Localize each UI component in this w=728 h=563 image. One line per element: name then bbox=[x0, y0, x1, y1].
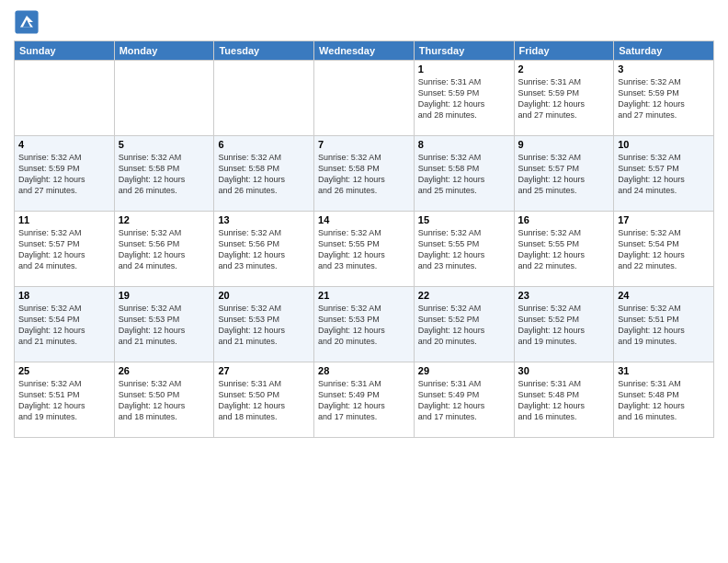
calendar-cell: 6Sunrise: 5:32 AM Sunset: 5:58 PM Daylig… bbox=[214, 136, 314, 212]
day-number: 21 bbox=[318, 290, 410, 301]
calendar-cell: 26Sunrise: 5:32 AM Sunset: 5:50 PM Dayli… bbox=[114, 362, 214, 438]
day-info: Sunrise: 5:31 AM Sunset: 5:59 PM Dayligh… bbox=[518, 76, 610, 121]
calendar-cell: 3Sunrise: 5:32 AM Sunset: 5:59 PM Daylig… bbox=[614, 61, 714, 136]
weekday-header-row: SundayMondayTuesdayWednesdayThursdayFrid… bbox=[15, 41, 714, 61]
calendar-cell: 14Sunrise: 5:32 AM Sunset: 5:55 PM Dayli… bbox=[314, 212, 415, 287]
weekday-header-saturday: Saturday bbox=[614, 41, 714, 61]
day-number: 1 bbox=[418, 63, 510, 75]
logo bbox=[14, 9, 43, 35]
day-number: 25 bbox=[18, 365, 110, 376]
day-info: Sunrise: 5:32 AM Sunset: 5:58 PM Dayligh… bbox=[119, 152, 210, 197]
calendar-cell: 29Sunrise: 5:31 AM Sunset: 5:49 PM Dayli… bbox=[414, 362, 514, 438]
day-number: 26 bbox=[119, 365, 210, 376]
day-number: 2 bbox=[518, 63, 610, 75]
calendar-cell bbox=[214, 61, 314, 136]
day-info: Sunrise: 5:32 AM Sunset: 5:59 PM Dayligh… bbox=[18, 152, 110, 197]
day-info: Sunrise: 5:32 AM Sunset: 5:52 PM Dayligh… bbox=[418, 303, 510, 348]
calendar-cell: 30Sunrise: 5:31 AM Sunset: 5:48 PM Dayli… bbox=[514, 362, 614, 438]
day-number: 17 bbox=[618, 214, 710, 225]
calendar-cell: 21Sunrise: 5:32 AM Sunset: 5:53 PM Dayli… bbox=[314, 287, 415, 362]
day-info: Sunrise: 5:31 AM Sunset: 5:49 PM Dayligh… bbox=[318, 378, 410, 423]
calendar-cell: 23Sunrise: 5:32 AM Sunset: 5:52 PM Dayli… bbox=[514, 287, 614, 362]
day-info: Sunrise: 5:32 AM Sunset: 5:58 PM Dayligh… bbox=[218, 152, 310, 197]
calendar-cell: 11Sunrise: 5:32 AM Sunset: 5:57 PM Dayli… bbox=[15, 212, 115, 287]
calendar-cell: 5Sunrise: 5:32 AM Sunset: 5:58 PM Daylig… bbox=[114, 136, 214, 212]
day-info: Sunrise: 5:32 AM Sunset: 5:51 PM Dayligh… bbox=[18, 378, 110, 423]
calendar-cell: 4Sunrise: 5:32 AM Sunset: 5:59 PM Daylig… bbox=[15, 136, 115, 212]
calendar-cell: 13Sunrise: 5:32 AM Sunset: 5:56 PM Dayli… bbox=[214, 212, 314, 287]
day-number: 19 bbox=[119, 290, 210, 301]
day-number: 20 bbox=[218, 290, 310, 301]
day-info: Sunrise: 5:32 AM Sunset: 5:56 PM Dayligh… bbox=[218, 227, 310, 272]
day-info: Sunrise: 5:32 AM Sunset: 5:58 PM Dayligh… bbox=[318, 152, 410, 197]
weekday-header-monday: Monday bbox=[114, 41, 214, 61]
calendar-cell: 24Sunrise: 5:32 AM Sunset: 5:51 PM Dayli… bbox=[614, 287, 714, 362]
calendar-cell: 7Sunrise: 5:32 AM Sunset: 5:58 PM Daylig… bbox=[314, 136, 415, 212]
day-info: Sunrise: 5:32 AM Sunset: 5:50 PM Dayligh… bbox=[119, 378, 210, 423]
day-info: Sunrise: 5:32 AM Sunset: 5:55 PM Dayligh… bbox=[518, 227, 610, 272]
weekday-header-friday: Friday bbox=[514, 41, 614, 61]
calendar-cell: 16Sunrise: 5:32 AM Sunset: 5:55 PM Dayli… bbox=[514, 212, 614, 287]
day-info: Sunrise: 5:32 AM Sunset: 5:58 PM Dayligh… bbox=[418, 152, 510, 197]
day-number: 13 bbox=[218, 214, 310, 225]
calendar-cell: 25Sunrise: 5:32 AM Sunset: 5:51 PM Dayli… bbox=[15, 362, 115, 438]
calendar-cell: 22Sunrise: 5:32 AM Sunset: 5:52 PM Dayli… bbox=[414, 287, 514, 362]
day-number: 27 bbox=[218, 365, 310, 376]
calendar-table: SundayMondayTuesdayWednesdayThursdayFrid… bbox=[14, 40, 714, 438]
day-info: Sunrise: 5:32 AM Sunset: 5:57 PM Dayligh… bbox=[18, 227, 110, 272]
weekday-header-thursday: Thursday bbox=[414, 41, 514, 61]
day-number: 29 bbox=[418, 365, 510, 376]
day-number: 24 bbox=[618, 290, 710, 301]
calendar-cell: 10Sunrise: 5:32 AM Sunset: 5:57 PM Dayli… bbox=[614, 136, 714, 212]
calendar-cell: 2Sunrise: 5:31 AM Sunset: 5:59 PM Daylig… bbox=[514, 61, 614, 136]
calendar-cell bbox=[114, 61, 214, 136]
day-number: 16 bbox=[518, 214, 610, 225]
day-number: 8 bbox=[418, 139, 510, 150]
page-container: SundayMondayTuesdayWednesdayThursdayFrid… bbox=[0, 0, 728, 447]
day-info: Sunrise: 5:32 AM Sunset: 5:55 PM Dayligh… bbox=[318, 227, 410, 272]
day-info: Sunrise: 5:31 AM Sunset: 5:48 PM Dayligh… bbox=[518, 378, 610, 423]
calendar-week-4: 18Sunrise: 5:32 AM Sunset: 5:54 PM Dayli… bbox=[15, 287, 714, 362]
day-number: 18 bbox=[18, 290, 110, 301]
calendar-cell: 31Sunrise: 5:31 AM Sunset: 5:48 PM Dayli… bbox=[614, 362, 714, 438]
calendar-week-3: 11Sunrise: 5:32 AM Sunset: 5:57 PM Dayli… bbox=[15, 212, 714, 287]
weekday-header-sunday: Sunday bbox=[15, 41, 115, 61]
day-info: Sunrise: 5:31 AM Sunset: 5:49 PM Dayligh… bbox=[418, 378, 510, 423]
day-info: Sunrise: 5:32 AM Sunset: 5:51 PM Dayligh… bbox=[618, 303, 710, 348]
day-number: 4 bbox=[18, 139, 110, 150]
calendar-cell bbox=[15, 61, 115, 136]
day-info: Sunrise: 5:31 AM Sunset: 5:59 PM Dayligh… bbox=[418, 76, 510, 121]
day-number: 22 bbox=[418, 290, 510, 301]
day-info: Sunrise: 5:32 AM Sunset: 5:52 PM Dayligh… bbox=[518, 303, 610, 348]
calendar-header: SundayMondayTuesdayWednesdayThursdayFrid… bbox=[15, 41, 714, 61]
day-info: Sunrise: 5:32 AM Sunset: 5:56 PM Dayligh… bbox=[119, 227, 210, 272]
day-number: 31 bbox=[618, 365, 710, 376]
day-number: 9 bbox=[518, 139, 610, 150]
calendar-cell: 8Sunrise: 5:32 AM Sunset: 5:58 PM Daylig… bbox=[414, 136, 514, 212]
day-info: Sunrise: 5:32 AM Sunset: 5:53 PM Dayligh… bbox=[218, 303, 310, 348]
day-info: Sunrise: 5:32 AM Sunset: 5:57 PM Dayligh… bbox=[518, 152, 610, 197]
day-number: 3 bbox=[618, 63, 710, 75]
calendar-cell: 9Sunrise: 5:32 AM Sunset: 5:57 PM Daylig… bbox=[514, 136, 614, 212]
day-number: 11 bbox=[18, 214, 110, 225]
day-info: Sunrise: 5:32 AM Sunset: 5:54 PM Dayligh… bbox=[618, 227, 710, 272]
calendar-week-1: 1Sunrise: 5:31 AM Sunset: 5:59 PM Daylig… bbox=[15, 61, 714, 136]
day-number: 14 bbox=[318, 214, 410, 225]
calendar-cell bbox=[314, 61, 415, 136]
day-info: Sunrise: 5:31 AM Sunset: 5:50 PM Dayligh… bbox=[218, 378, 310, 423]
calendar-cell: 27Sunrise: 5:31 AM Sunset: 5:50 PM Dayli… bbox=[214, 362, 314, 438]
day-info: Sunrise: 5:32 AM Sunset: 5:55 PM Dayligh… bbox=[418, 227, 510, 272]
day-info: Sunrise: 5:32 AM Sunset: 5:57 PM Dayligh… bbox=[618, 152, 710, 197]
calendar-cell: 12Sunrise: 5:32 AM Sunset: 5:56 PM Dayli… bbox=[114, 212, 214, 287]
header bbox=[14, 9, 714, 35]
day-info: Sunrise: 5:32 AM Sunset: 5:54 PM Dayligh… bbox=[18, 303, 110, 348]
calendar-body: 1Sunrise: 5:31 AM Sunset: 5:59 PM Daylig… bbox=[15, 61, 714, 438]
day-info: Sunrise: 5:32 AM Sunset: 5:53 PM Dayligh… bbox=[318, 303, 410, 348]
calendar-cell: 17Sunrise: 5:32 AM Sunset: 5:54 PM Dayli… bbox=[614, 212, 714, 287]
calendar-cell: 1Sunrise: 5:31 AM Sunset: 5:59 PM Daylig… bbox=[414, 61, 514, 136]
calendar-week-5: 25Sunrise: 5:32 AM Sunset: 5:51 PM Dayli… bbox=[15, 362, 714, 438]
day-number: 6 bbox=[218, 139, 310, 150]
weekday-header-tuesday: Tuesday bbox=[214, 41, 314, 61]
day-number: 7 bbox=[318, 139, 410, 150]
calendar-cell: 15Sunrise: 5:32 AM Sunset: 5:55 PM Dayli… bbox=[414, 212, 514, 287]
